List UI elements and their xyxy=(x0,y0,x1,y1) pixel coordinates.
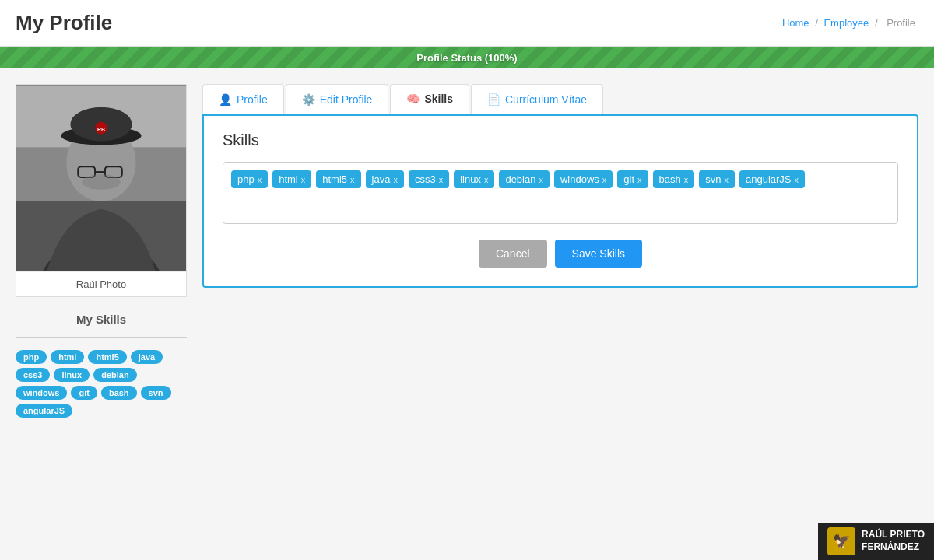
sidebar-skill-badge[interactable]: php xyxy=(16,350,47,364)
content-area: 👤 Profile ⚙️ Edit Profile 🧠 Skills 📄 Cur… xyxy=(202,84,918,535)
skill-tag-remove[interactable]: x xyxy=(684,175,689,184)
sidebar-skill-badge[interactable]: git xyxy=(71,386,97,400)
profile-photo: RB xyxy=(16,85,186,271)
sidebar-divider xyxy=(16,337,187,338)
skills-panel: Skills php xhtml xhtml5 xjava xcss3 xlin… xyxy=(202,114,918,288)
skill-tag-label: php xyxy=(237,173,255,185)
footer-brand: 🦅 RAÚL PRIETO FERNÁNDEZ xyxy=(818,523,934,551)
skill-tag-label: java xyxy=(372,173,391,185)
skill-tag[interactable]: angularJS x xyxy=(739,170,805,188)
skill-tag-remove[interactable]: x xyxy=(301,175,306,184)
page-title: My Profile xyxy=(16,11,112,35)
tab-cv-label: Currículum Vítae xyxy=(505,93,587,106)
skill-tag-label: angularJS xyxy=(746,173,792,185)
brand-logo: 🦅 xyxy=(827,527,855,551)
progress-bar: Profile Status (100%) xyxy=(0,47,934,68)
photo-caption: Raúl Photo xyxy=(16,271,186,296)
tab-profile-label: Profile xyxy=(237,93,268,106)
sidebar-skill-badge[interactable]: angularJS xyxy=(16,404,72,418)
sidebar: RB Raúl Photo My Skills phphtmlhtml5java… xyxy=(16,84,187,535)
cancel-button[interactable]: Cancel xyxy=(479,240,547,268)
skill-tag-remove[interactable]: x xyxy=(258,175,262,184)
skills-icon: 🧠 xyxy=(406,93,420,105)
skills-input-area[interactable]: php xhtml xhtml5 xjava xcss3 xlinux xdeb… xyxy=(223,162,898,224)
skill-tag-remove[interactable]: x xyxy=(484,175,489,184)
skill-tag[interactable]: html x xyxy=(272,170,311,188)
edit-profile-icon: ⚙️ xyxy=(302,93,315,106)
sidebar-skills-badges: phphtmlhtml5javacss3linuxdebianwindowsgi… xyxy=(16,347,187,421)
skill-tag-label: windows xyxy=(560,173,599,185)
profile-photo-container: RB Raúl Photo xyxy=(16,84,187,297)
save-skills-button[interactable]: Save Skills xyxy=(555,240,642,268)
skill-tag[interactable]: debian x xyxy=(499,170,550,188)
main-content: RB Raúl Photo My Skills phphtmlhtml5java… xyxy=(0,68,934,551)
svg-point-10 xyxy=(82,174,121,190)
skill-tag-label: debian xyxy=(505,173,535,185)
skill-tag-remove[interactable]: x xyxy=(795,175,799,184)
brand-logo-icon: 🦅 xyxy=(833,533,850,550)
brand-name-line1: RAÚL PRIETO xyxy=(862,529,925,541)
breadcrumb-current: Profile xyxy=(887,17,915,29)
skill-tag-remove[interactable]: x xyxy=(724,175,729,184)
skill-tag-label: html xyxy=(279,173,298,185)
skill-tag-label: bash xyxy=(659,173,681,185)
skill-tag-remove[interactable]: x xyxy=(393,175,398,184)
skill-tag[interactable]: php x xyxy=(231,170,268,188)
skill-tag-remove[interactable]: x xyxy=(539,175,543,184)
skill-tag[interactable]: linux x xyxy=(454,170,494,188)
skill-tag[interactable]: windows x xyxy=(554,170,613,188)
brand-name: RAÚL PRIETO FERNÁNDEZ xyxy=(862,529,925,551)
skill-tag-remove[interactable]: x xyxy=(439,175,444,184)
breadcrumb-employee[interactable]: Employee xyxy=(823,17,869,29)
progress-bar-text: Profile Status (100%) xyxy=(416,52,517,64)
skill-tag-remove[interactable]: x xyxy=(350,175,355,184)
skill-tag[interactable]: css3 x xyxy=(409,170,449,188)
skill-tag-label: linux xyxy=(460,173,481,185)
breadcrumb: Home / Employee / Profile xyxy=(782,17,918,29)
skill-tag[interactable]: svn x xyxy=(699,170,735,188)
sidebar-skill-badge[interactable]: windows xyxy=(16,386,67,400)
skill-tag-remove[interactable]: x xyxy=(602,175,607,184)
header: My Profile Home / Employee / Profile xyxy=(0,0,934,47)
tab-skills[interactable]: 🧠 Skills xyxy=(390,84,469,114)
sidebar-skill-badge[interactable]: css3 xyxy=(16,368,50,382)
sidebar-skill-badge[interactable]: html xyxy=(51,350,84,364)
skill-tag[interactable]: java x xyxy=(366,170,404,188)
skill-tag-remove[interactable]: x xyxy=(637,175,642,184)
skill-tag-label: git xyxy=(623,173,634,185)
tab-cv[interactable]: 📄 Currículum Vítae xyxy=(471,84,603,114)
skills-panel-title: Skills xyxy=(223,131,898,149)
tab-skills-label: Skills xyxy=(424,93,453,105)
profile-image: RB xyxy=(16,85,186,271)
sidebar-skill-badge[interactable]: svn xyxy=(141,386,171,400)
skill-tag-label: css3 xyxy=(415,173,436,185)
skill-tag[interactable]: bash x xyxy=(653,170,695,188)
buttons-row: Cancel Save Skills xyxy=(223,240,898,268)
breadcrumb-home[interactable]: Home xyxy=(782,17,809,29)
skill-tag-label: html5 xyxy=(322,173,347,185)
sidebar-skill-badge[interactable]: debian xyxy=(93,368,136,382)
tabs: 👤 Profile ⚙️ Edit Profile 🧠 Skills 📄 Cur… xyxy=(202,84,918,114)
svg-text:RB: RB xyxy=(97,127,105,132)
profile-icon: 👤 xyxy=(219,93,232,106)
sidebar-skill-badge[interactable]: java xyxy=(131,350,163,364)
sidebar-skill-badge[interactable]: bash xyxy=(101,386,137,400)
sidebar-skill-badge[interactable]: html5 xyxy=(88,350,126,364)
tab-edit-profile-label: Edit Profile xyxy=(320,93,373,106)
tab-profile[interactable]: 👤 Profile xyxy=(202,84,284,114)
brand-name-line2: FERNÁNDEZ xyxy=(862,541,925,551)
skill-tag[interactable]: html5 x xyxy=(316,170,360,188)
cv-icon: 📄 xyxy=(487,93,500,106)
sidebar-skill-badge[interactable]: linux xyxy=(54,368,90,382)
tab-edit-profile[interactable]: ⚙️ Edit Profile xyxy=(286,84,389,114)
sidebar-skills-title: My Skills xyxy=(16,305,187,334)
skill-tag[interactable]: git x xyxy=(617,170,648,188)
skill-tag-label: svn xyxy=(705,173,721,185)
